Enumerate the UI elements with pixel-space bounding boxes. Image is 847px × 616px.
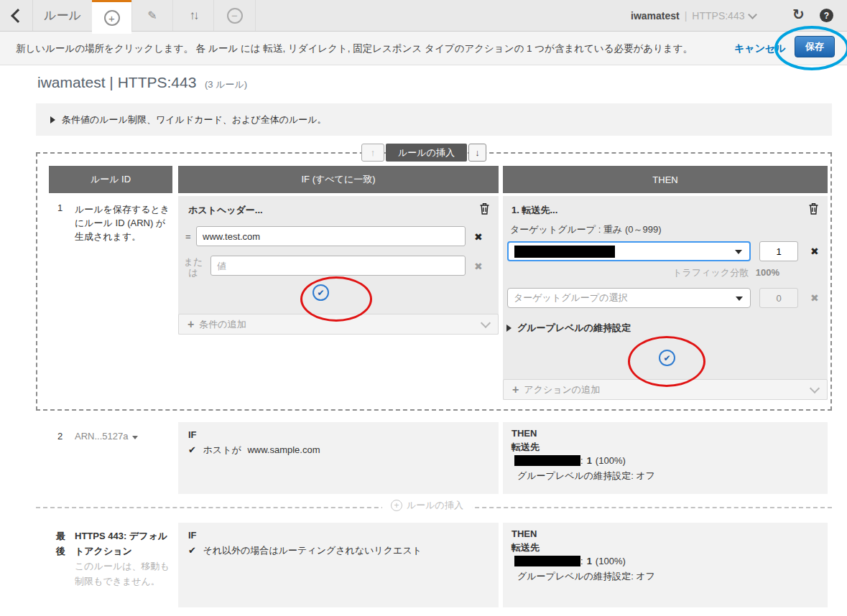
remove-or-value-icon[interactable]: ✖: [474, 261, 483, 271]
toolbar: ルール + ✎ ↑↓ − iwamatest | HTTPS:443 ↻ ?: [0, 0, 847, 32]
rule2-id-cell: 2 ARN...5127a: [49, 429, 172, 494]
condition-title: ホストヘッダー...: [188, 204, 263, 217]
redacted-target-group: [514, 455, 580, 466]
notice-text: 条件値のルール制限、ワイルドカード、および全体のルール。: [62, 113, 327, 126]
listener-selector[interactable]: iwamatest | HTTPS:443: [631, 0, 756, 31]
forward-label: 転送先: [512, 441, 540, 454]
rule1-id-note: ルールを保存するときにルール ID (ARN) が生成されます。: [75, 202, 171, 243]
confirm-action-button[interactable]: ✔: [659, 350, 675, 366]
add-action-label: アクションの追加: [524, 383, 600, 396]
triangle-right-icon: [50, 116, 55, 123]
default-rule-id-cell: 最後 HTTPS 443: デフォルトアクション このルールは、移動も制限もでき…: [49, 523, 172, 607]
remove-target-icon[interactable]: ✖: [810, 246, 819, 256]
circle-minus-icon: −: [227, 8, 243, 24]
remove-target2-icon[interactable]: ✖: [810, 293, 819, 303]
info-bar: 新しいルールの場所をクリックします。 各 ルール には 転送, リダイレクト, …: [0, 32, 847, 65]
target-group-select-2[interactable]: ターゲットグループの選択: [507, 288, 751, 308]
header-then: THEN: [503, 166, 828, 193]
host-header-value-input[interactable]: [196, 226, 466, 246]
rule2-arn-dropdown[interactable]: ARN...5127a: [75, 431, 138, 442]
caret-down-icon: [132, 436, 138, 439]
rule2-then-cell: THEN 転送先 : 1 (100%) グループレベルの維持設定: オフ: [503, 422, 828, 494]
rule1-then-cell: 1. 転送先... ターゲットグループ : 重み (0～999) ✖ トラフィッ…: [503, 196, 828, 400]
target-group-select[interactable]: [507, 241, 751, 261]
rules-limit-disclosure[interactable]: 条件値のルール制限、ワイルドカード、および全体のルール。: [36, 103, 832, 136]
back-button[interactable]: [0, 0, 33, 31]
then-label: THEN: [512, 428, 537, 439]
target-group-weight-label: ターゲットグループ : 重み (0～999): [510, 223, 661, 236]
chevron-left-icon: [11, 9, 25, 23]
rule-count: (3 ルール): [205, 79, 247, 90]
plus-icon: +: [512, 383, 519, 396]
default-rule-title-block: HTTPS 443: デフォルトアクション このルールは、移動も制限もできません…: [75, 528, 171, 589]
default-rule-if-cell: IF ✔ それ以外の場合はルーティングされないリクエスト: [178, 523, 499, 607]
check-icon: ✔: [188, 444, 196, 455]
rule2-condition: ✔ ホストが www.sample.com: [188, 444, 320, 457]
operator-label: =: [185, 231, 191, 242]
add-condition-bar[interactable]: + 条件の追加: [178, 314, 499, 335]
circle-plus-icon: +: [391, 500, 402, 511]
tab-add-rule-active[interactable]: +: [92, 0, 131, 34]
insert-rule-label[interactable]: ルールの挿入: [386, 144, 467, 162]
remove-value-icon[interactable]: ✖: [474, 232, 483, 242]
trash-icon[interactable]: [808, 202, 819, 217]
check-icon: ✔: [188, 545, 196, 556]
weight-value: 1: [587, 455, 592, 466]
weight-input[interactable]: [759, 241, 798, 261]
default-rule-note: このルールは、移動も制限もできません。: [75, 559, 171, 589]
weight-percent: (100%): [596, 556, 626, 566]
default-rule-condition: ✔ それ以外の場合はルーティングされないリクエスト: [188, 544, 422, 557]
listener-port: HTTPS:443: [692, 10, 744, 22]
chevron-down-icon: [749, 10, 758, 19]
group-level-stickiness-disclosure[interactable]: グループレベルの維持設定: [506, 322, 631, 335]
listener-separator: |: [685, 10, 688, 22]
weight-value: 1: [587, 556, 592, 566]
condition-value: www.sample.com: [247, 444, 320, 455]
traffic-label: トラフィック分散: [672, 267, 749, 278]
tab-delete-rule[interactable]: −: [213, 0, 256, 31]
insert-rule-divider-button[interactable]: + ルールの挿入: [382, 499, 472, 512]
rule2-if-cell: IF ✔ ホストが www.sample.com: [178, 422, 499, 494]
trash-icon[interactable]: [479, 202, 490, 217]
save-button[interactable]: 保存: [795, 36, 835, 57]
forward-label: 転送先: [512, 541, 540, 554]
move-insert-up-button[interactable]: ↑: [361, 144, 384, 162]
add-action-bar[interactable]: + アクションの追加: [503, 379, 828, 400]
weight-sep: :: [580, 455, 583, 466]
move-insert-down-button[interactable]: ↓: [468, 144, 486, 162]
weight2-input[interactable]: [759, 288, 798, 308]
if-label: IF: [188, 429, 197, 440]
check-icon: ✔: [663, 353, 670, 363]
pencil-icon: ✎: [147, 9, 157, 22]
traffic-value: 100%: [756, 267, 779, 278]
tab-rules[interactable]: ルール: [33, 0, 92, 31]
redacted-target-group: [514, 246, 615, 258]
header-rule-id: ルール ID: [49, 166, 172, 193]
add-condition-label: 条件の追加: [199, 318, 246, 331]
cancel-link[interactable]: キャンセル: [734, 42, 786, 55]
header-if: IF (すべてに一致): [178, 166, 499, 193]
refresh-button[interactable]: ↻: [792, 6, 805, 23]
rule1-if-cell: ホストヘッダー... = ✖ または ✖ ✔ + 条件の追加: [178, 196, 499, 335]
confirm-condition-button[interactable]: ✔: [313, 284, 329, 301]
rule2-arn: ARN...5127a: [75, 431, 128, 442]
host-header-or-input[interactable]: [210, 256, 466, 276]
up-arrow-icon: ↑: [371, 147, 376, 158]
triangle-right-icon: [506, 325, 512, 332]
if-label: IF: [188, 530, 197, 541]
condition-prefix: ホストが: [203, 444, 241, 455]
tab-edit-rule[interactable]: ✎: [131, 0, 172, 31]
page-title: iwamatest | HTTPS:443: [37, 74, 196, 90]
info-message: 新しいルールの場所をクリックします。 各 ルール には 転送, リダイレクト, …: [16, 42, 693, 55]
weight-sep: :: [580, 556, 583, 566]
rule2-target-line: : 1 (100%): [514, 455, 626, 466]
circle-plus-icon: +: [104, 10, 120, 26]
default-rule-stickiness: グループレベルの維持設定: オフ: [517, 570, 655, 583]
tab-reorder-rules[interactable]: ↑↓: [172, 0, 213, 31]
rule1-number: 1: [57, 202, 63, 213]
page-heading: iwamatest | HTTPS:443 (3 ルール): [37, 74, 247, 91]
default-rule-then-cell: THEN 転送先 : 1 (100%) グループレベルの維持設定: オフ: [503, 523, 828, 607]
stickiness-label: グループレベルの維持設定: [517, 322, 631, 335]
down-arrow-icon: ↓: [475, 147, 480, 158]
help-button[interactable]: ?: [820, 9, 833, 22]
